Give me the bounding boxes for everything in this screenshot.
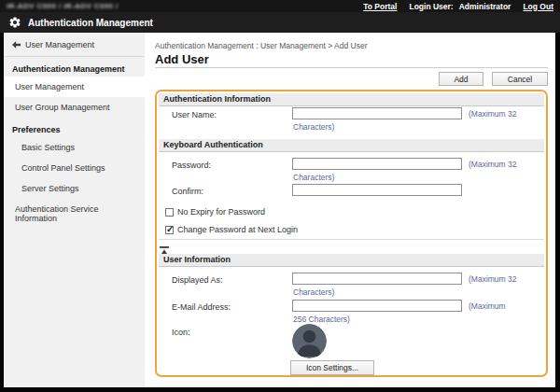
sidebar-item-user-management[interactable]: User Management bbox=[4, 77, 145, 97]
topbar-links: To Portal Login User: Administrator Log … bbox=[363, 2, 553, 11]
user-name-max-note: (Maximum 32 bbox=[469, 109, 516, 119]
user-avatar-image bbox=[292, 324, 327, 358]
sidebar-item-authentication-service-information[interactable]: Authentication Service Information bbox=[4, 199, 145, 229]
email-input[interactable] bbox=[292, 300, 462, 312]
app-title: Authentication Management bbox=[28, 18, 153, 28]
device-name-redacted: iR-ADV C000 / iR-ADV C000 / bbox=[7, 2, 119, 10]
title-divider bbox=[155, 67, 548, 68]
user-name-label: User Name: bbox=[172, 110, 217, 119]
displayed-as-input[interactable] bbox=[292, 273, 462, 285]
sidebar-item-user-group-management[interactable]: User Group Management bbox=[4, 97, 145, 118]
cancel-button[interactable]: Cancel bbox=[492, 72, 548, 86]
user-name-max-note-2: Characters) bbox=[293, 122, 334, 132]
no-expiry-label: No Expiry for Password bbox=[177, 207, 265, 217]
displayed-as-max-note: (Maximum 32 bbox=[469, 274, 516, 284]
login-user-value: Administrator bbox=[459, 2, 511, 11]
back-arrow-icon bbox=[12, 41, 21, 49]
sidebar: User Management Authentication Managemen… bbox=[4, 33, 145, 387]
login-user: Login User: Administrator bbox=[409, 2, 511, 11]
sidebar-item-server-settings[interactable]: Server Settings bbox=[4, 178, 145, 199]
to-portal-link[interactable]: To Portal bbox=[363, 2, 397, 11]
login-user-label: Login User: bbox=[409, 2, 453, 11]
email-max-note-2: 256 Characters) bbox=[293, 315, 350, 324]
sidebar-item-basic-settings[interactable]: Basic Settings bbox=[4, 137, 145, 158]
change-password-checkbox[interactable] bbox=[165, 226, 174, 234]
no-expiry-checkbox[interactable] bbox=[165, 208, 174, 217]
icon-settings-button[interactable]: Icon Settings... bbox=[290, 360, 374, 375]
confirm-input[interactable] bbox=[292, 184, 462, 196]
password-label: Password: bbox=[172, 161, 211, 170]
page-title: Add User bbox=[155, 52, 209, 66]
displayed-as-label: Displayed As: bbox=[172, 275, 223, 285]
sidebar-back-label: User Management bbox=[25, 40, 94, 49]
log-out-link[interactable]: Log Out bbox=[523, 2, 553, 11]
sidebar-back-link[interactable]: User Management bbox=[4, 33, 145, 57]
sidebar-header-authentication-management: Authentication Management bbox=[4, 57, 145, 77]
page: User Management Authentication Managemen… bbox=[4, 33, 555, 387]
password-input[interactable] bbox=[292, 158, 462, 170]
email-label: E-Mail Address: bbox=[172, 302, 231, 312]
user-name-input[interactable] bbox=[292, 107, 462, 119]
change-password-row: Change Password at Next Login bbox=[165, 225, 298, 234]
change-password-label: Change Password at Next Login bbox=[177, 225, 298, 234]
app-header: Authentication Management bbox=[0, 12, 560, 33]
breadcrumb: Authentication Management : User Managem… bbox=[155, 41, 368, 50]
email-max-note: (Maximum bbox=[469, 301, 506, 311]
add-button[interactable]: Add bbox=[439, 72, 483, 86]
gear-icon bbox=[8, 16, 21, 29]
section-user-information: User Information bbox=[159, 254, 544, 267]
add-user-form: Authentication Information User Name: (M… bbox=[155, 90, 548, 377]
section-authentication-information: Authentication Information bbox=[159, 93, 544, 106]
browser-device-bar: iR-ADV C000 / iR-ADV C000 / To Portal Lo… bbox=[0, 0, 560, 12]
main-content: Authentication Management : User Managem… bbox=[145, 33, 555, 387]
confirm-label: Confirm: bbox=[172, 187, 203, 196]
collapse-to-top-icon[interactable] bbox=[160, 243, 169, 252]
section-divider bbox=[159, 239, 544, 240]
screen: iR-ADV C000 / iR-ADV C000 / To Portal Lo… bbox=[0, 0, 560, 392]
password-max-note: (Maximum 32 bbox=[469, 160, 516, 169]
section-keyboard-authentication: Keyboard Authentication bbox=[159, 139, 544, 152]
no-expiry-row: No Expiry for Password bbox=[165, 207, 265, 217]
password-max-note-2: Characters) bbox=[293, 173, 334, 182]
icon-label: Icon: bbox=[172, 328, 190, 337]
displayed-as-max-note-2: Characters) bbox=[293, 287, 334, 297]
sidebar-item-control-panel-settings[interactable]: Control Panel Settings bbox=[4, 158, 145, 178]
sidebar-header-preferences: Preferences bbox=[4, 118, 145, 137]
